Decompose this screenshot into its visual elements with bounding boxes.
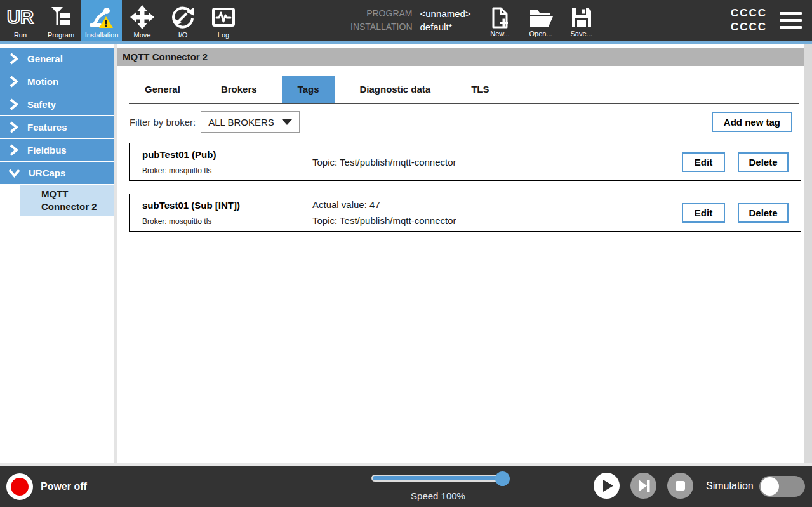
sidebar-item-motion-label: Motion (27, 76, 58, 87)
tag-topic: Topic: Test/publish/mqtt-connector (312, 215, 682, 226)
vertical-scrollbar-track[interactable] (804, 44, 812, 463)
chevron-right-icon (8, 53, 19, 65)
program-label: PROGRAM (366, 8, 412, 20)
sidebar-subitem-mqtt-connector[interactable]: MQTT Connector 2 (20, 185, 114, 216)
new-file-label: New... (490, 30, 510, 38)
nav-tab-run-label: Run (14, 31, 27, 39)
simulation-toggle-knob (761, 477, 779, 496)
delete-tag-button[interactable]: Delete (738, 203, 789, 223)
broker-filter-value: ALL BROKERS (208, 117, 274, 128)
power-off-indicator-icon (6, 473, 33, 500)
edit-tag-button[interactable]: Edit (682, 152, 725, 172)
program-installation-status: PROGRAM INSTALLATION <unnamed> default* (350, 0, 471, 41)
simulation-label: Simulation (706, 480, 754, 492)
sidebar-item-urcaps-label: URCaps (29, 168, 65, 178)
clock-line-1: CCCC (731, 6, 767, 20)
tab-tags[interactable]: Tags (282, 76, 335, 103)
mqtt-tabs: General Brokers Tags Diagnostic data TLS (129, 76, 799, 104)
program-tree-icon (48, 3, 74, 31)
simulation-toggle[interactable] (759, 476, 805, 497)
nav-tab-program-label: Program (48, 31, 74, 39)
nav-tab-run[interactable]: UR Run (0, 0, 41, 41)
power-status-button[interactable]: Power off (6, 473, 87, 500)
top-header-bar: UR Run Program (0, 0, 812, 41)
filter-row: Filter by broker: ALL BROKERS Add new ta… (130, 111, 799, 133)
clock-display: CCCC CCCC (731, 6, 767, 34)
save-file-button[interactable]: Save... (561, 0, 602, 41)
speed-percentage-label: Speed 100% (371, 491, 505, 501)
log-monitor-icon (211, 3, 236, 31)
nav-tab-program[interactable]: Program (41, 0, 81, 41)
tag-name: pubTest01 (Pub) (142, 149, 312, 160)
clock-line-2: CCCC (731, 20, 767, 34)
new-file-icon (490, 6, 510, 30)
chevron-right-icon (8, 98, 19, 110)
installation-name-value: default* (420, 21, 453, 33)
save-file-label: Save... (570, 30, 592, 38)
tag-topic: Topic: Test/publish/mqtt-connector (312, 157, 682, 168)
sidebar-item-safety[interactable]: Safety (0, 93, 114, 115)
page-titlebar: MQTT Connector 2 (117, 48, 804, 66)
edit-tag-button[interactable]: Edit (682, 203, 725, 223)
sidebar-item-urcaps[interactable]: URCaps (0, 162, 114, 184)
broker-filter-dropdown[interactable]: ALL BROKERS (201, 111, 300, 133)
speed-slider-knob[interactable] (495, 471, 510, 486)
sidebar-item-general-label: General (27, 53, 63, 64)
tab-diagnostic-data[interactable]: Diagnostic data (343, 76, 446, 103)
tab-tls[interactable]: TLS (455, 76, 505, 103)
chevron-right-icon (8, 76, 19, 88)
tab-brokers[interactable]: Brokers (205, 76, 273, 103)
nav-tab-io-label: I/O (178, 31, 188, 39)
open-file-button[interactable]: Open... (521, 0, 561, 41)
program-name-value: <unnamed> (420, 8, 471, 20)
speed-slider-track[interactable] (371, 475, 505, 482)
installation-sidebar: General Motion Safety Features (0, 44, 117, 463)
dropdown-caret-icon (282, 119, 292, 125)
polyscope-app: UR Run Program (0, 0, 812, 507)
hamburger-menu-icon[interactable] (780, 12, 802, 29)
nav-tab-move-label: Move (134, 31, 151, 39)
stop-icon (667, 473, 693, 499)
page-title: MQTT Connector 2 (117, 51, 208, 62)
new-file-button[interactable]: New... (480, 0, 521, 41)
delete-tag-button[interactable]: Delete (738, 152, 789, 172)
filter-by-broker-label: Filter by broker: (130, 117, 196, 128)
io-circular-arrows-icon (170, 3, 196, 31)
sidebar-item-fieldbus-label: Fieldbus (27, 145, 67, 155)
chevron-down-icon (8, 168, 20, 178)
tag-row-pubtest01: pubTest01 (Pub) Broker: mosquitto tls To… (129, 143, 801, 181)
nav-tab-installation[interactable]: Installation (81, 0, 122, 41)
file-actions: New... Open... (480, 0, 602, 41)
open-folder-icon (528, 6, 554, 30)
bottom-status-bar: Power off Speed 100% Simulation (0, 463, 812, 507)
sidebar-item-motion[interactable]: Motion (0, 70, 114, 93)
tag-actual-value: Actual value: 47 (312, 199, 682, 210)
step-button[interactable] (630, 473, 656, 499)
sidebar-item-general[interactable]: General (0, 48, 114, 70)
nav-tab-installation-label: Installation (85, 31, 119, 39)
nav-tab-log[interactable]: Log (203, 0, 244, 41)
nav-tab-log-label: Log (218, 31, 229, 39)
sidebar-item-fieldbus[interactable]: Fieldbus (0, 139, 114, 161)
nav-tab-move[interactable]: Move (122, 0, 163, 41)
sidebar-item-features[interactable]: Features (0, 116, 114, 138)
robot-arm-warning-icon (88, 3, 116, 31)
sidebar-item-features-label: Features (27, 122, 67, 133)
installation-label: INSTALLATION (350, 21, 413, 33)
tag-broker: Broker: mosquitto tls (142, 166, 312, 175)
nav-tab-io[interactable]: I/O (163, 0, 203, 41)
tab-general[interactable]: General (129, 76, 196, 103)
step-forward-icon (630, 473, 656, 499)
svg-text:UR: UR (7, 7, 34, 27)
sidebar-item-safety-label: Safety (27, 99, 56, 110)
chevron-right-icon (8, 144, 19, 156)
add-new-tag-button[interactable]: Add new tag (712, 112, 792, 132)
play-button[interactable] (594, 473, 620, 499)
save-floppy-icon (570, 6, 593, 30)
chevron-right-icon (8, 121, 19, 133)
power-status-label: Power off (41, 481, 87, 492)
tag-broker: Broker: mosquitto tls (142, 217, 312, 226)
ur-logo-icon: UR (6, 3, 35, 31)
tag-row-subtest01: subTest01 (Sub [INT]) Broker: mosquitto … (129, 194, 801, 232)
stop-button[interactable] (667, 473, 693, 499)
